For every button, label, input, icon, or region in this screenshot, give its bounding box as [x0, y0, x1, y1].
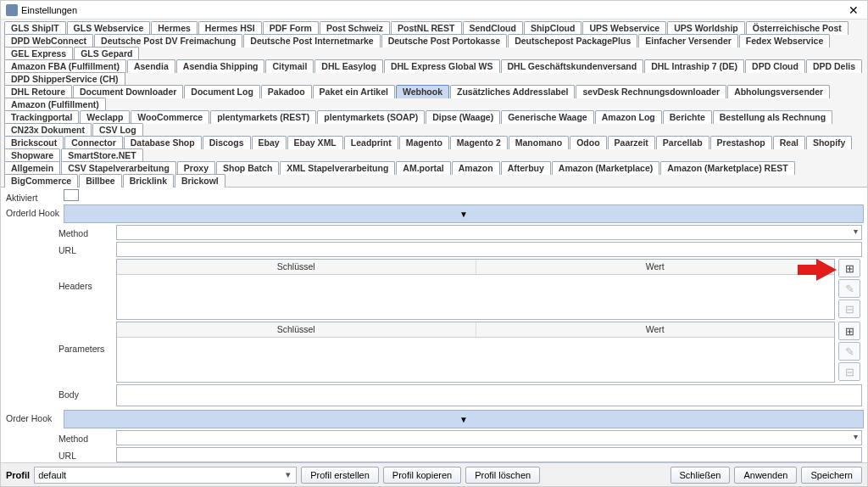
headers-remove-button[interactable]: ⊟ [838, 299, 860, 318]
tab-cn23x-dokument[interactable]: CN23x Dokument [4, 123, 92, 137]
tab-sevdesk-rechnungsdownloader[interactable]: sevDesk Rechnungsdownloader [576, 85, 726, 98]
tab-proxy[interactable]: Proxy [177, 161, 215, 175]
tab-berichte[interactable]: Berichte [663, 110, 712, 124]
tab-prestashop[interactable]: Prestashop [710, 136, 772, 149]
tab-amazon[interactable]: Amazon [452, 161, 500, 175]
tab-sendcloud[interactable]: SendCloud [463, 21, 523, 35]
tab-trackingportal[interactable]: Trackingportal [4, 110, 79, 124]
speichern-button[interactable]: Speichern [801, 467, 862, 484]
tab-am-portal[interactable]: AM.portal [396, 161, 450, 175]
tab-bricklink[interactable]: Bricklink [123, 174, 174, 188]
tab-magento[interactable]: Magento [399, 136, 449, 149]
tab-fedex-webservice[interactable]: Fedex Webservice [739, 34, 830, 48]
tab-real[interactable]: Real [773, 136, 805, 149]
tab-post-schweiz[interactable]: Post Schweiz [320, 21, 390, 35]
tab-dhl-retoure[interactable]: DHL Retoure [4, 85, 72, 98]
anwenden-button[interactable]: Anwenden [734, 467, 797, 484]
tab-dhl-easylog[interactable]: DHL Easylog [314, 59, 383, 73]
tab-pakadoo[interactable]: Pakadoo [261, 85, 312, 98]
tab-dpd-shipperservice-ch-[interactable]: DPD ShipperService (CH) [4, 72, 125, 86]
url2-input[interactable] [116, 447, 862, 462]
tab-csv-stapelverarbeitung[interactable]: CSV Stapelverarbeitung [61, 161, 176, 175]
tab-dhl-intraship-7-de-[interactable]: DHL Intraship 7 (DE) [644, 59, 744, 73]
headers-table[interactable]: Schlüssel Wert [116, 259, 835, 320]
tab-dpd-delis[interactable]: DPD Delis [806, 59, 862, 73]
tab-connector[interactable]: Connector [64, 136, 123, 149]
close-icon[interactable]: ✕ [845, 3, 862, 17]
tab-magento-2[interactable]: Magento 2 [450, 136, 508, 149]
tab-amazon-fulfillment-[interactable]: Amazon (Fulfillment) [4, 98, 106, 111]
tab-gls-shipit[interactable]: GLS ShipIT [4, 21, 66, 35]
tab-csv-log[interactable]: CSV Log [92, 123, 143, 137]
method2-combo[interactable] [116, 430, 862, 445]
tab-gls-webservice[interactable]: GLS Webservice [67, 21, 151, 35]
tab-deutschepost-packageplus[interactable]: Deutschepost PackagePlus [508, 34, 637, 48]
tab-billbee[interactable]: Billbee [79, 174, 121, 188]
profil-combo[interactable]: default [34, 467, 297, 484]
tab-deutsche-post-internetmarke[interactable]: Deutsche Post Internetmarke [243, 34, 380, 48]
tab-shopify[interactable]: Shopify [806, 136, 853, 149]
tab-ebay-xml[interactable]: Ebay XML [287, 136, 343, 149]
tab-ebay[interactable]: Ebay [252, 136, 287, 149]
parameters-table[interactable]: Schlüssel Wert [116, 322, 835, 383]
tab-dpd-webconnect[interactable]: DPD WebConnect [4, 34, 93, 48]
tab-bestellung-als-rechnung[interactable]: Bestellung als Rechnung [713, 110, 832, 124]
parameters-edit-button[interactable]: ✎ [838, 342, 860, 361]
tab-database-shop[interactable]: Database Shop [124, 136, 202, 149]
parameters-add-button[interactable]: ⊞ [838, 322, 860, 340]
tab-afterbuy[interactable]: Afterbuy [501, 161, 551, 175]
tab-xml-stapelverarbeitung[interactable]: XML Stapelverarbeitung [280, 161, 395, 175]
tab-abholungsversender[interactable]: Abholungsversender [727, 85, 830, 98]
tab-dhl-gesch-ftskundenversand[interactable]: DHL Geschäftskundenversand [501, 59, 644, 73]
tab-dipse-waage-[interactable]: Dipse (Waage) [426, 110, 500, 124]
tab-pdf-form[interactable]: PDF Form [263, 21, 319, 35]
tab-paket-ein-artikel[interactable]: Paket ein Artikel [313, 85, 395, 98]
headers-add-button[interactable]: ⊞ [838, 259, 860, 277]
tab-gls-gepard[interactable]: GLS Gepard [74, 47, 139, 60]
order-hook-collapse[interactable]: ▼ [64, 410, 864, 428]
tab-webhook[interactable]: Webhook [396, 85, 449, 98]
tab-shopware[interactable]: Shopware [4, 148, 60, 162]
tab-leadprint[interactable]: Leadprint [344, 136, 398, 149]
profil-loeschen-button[interactable]: Profil löschen [465, 467, 540, 484]
tab-hermes[interactable]: Hermes [151, 21, 198, 35]
tab-deutsche-post-dv-freimachung[interactable]: Deutsche Post DV Freimachung [94, 34, 242, 48]
tab-odoo[interactable]: Odoo [570, 136, 606, 149]
tab-zus-tzliches-addresslabel[interactable]: Zusätzliches Addresslabel [450, 85, 576, 98]
tab-deutsche-post-portokasse[interactable]: Deutsche Post Portokasse [381, 34, 507, 48]
tab-amazon-fba-fulfillment-[interactable]: Amazon FBA (Fulfillment) [4, 59, 126, 73]
tab-shop-batch[interactable]: Shop Batch [216, 161, 279, 175]
parameters-remove-button[interactable]: ⊟ [838, 362, 860, 381]
tab-ups-worldship[interactable]: UPS Worldship [667, 21, 745, 35]
tab-document-downloader[interactable]: Document Downloader [73, 85, 183, 98]
tab-discogs[interactable]: Discogs [203, 136, 251, 149]
tab-parcellab[interactable]: Parcellab [656, 136, 709, 149]
tab-asendia[interactable]: Asendia [127, 59, 175, 73]
tab-brickscout[interactable]: Brickscout [4, 136, 64, 149]
tab-postnl-rest[interactable]: PostNL REST [391, 21, 461, 35]
headers-edit-button[interactable]: ✎ [838, 279, 860, 298]
orderid-hook-collapse[interactable]: ▼ [64, 204, 864, 223]
tab-einfacher-versender[interactable]: Einfacher Versender [638, 34, 738, 48]
tab-citymail[interactable]: Citymail [265, 59, 314, 73]
schliessen-button[interactable]: Schließen [670, 467, 731, 484]
tab-hermes-hsi[interactable]: Hermes HSI [198, 21, 262, 35]
tab-plentymarkets-soap-[interactable]: plentymarkets (SOAP) [317, 110, 425, 124]
url-input[interactable] [116, 242, 862, 257]
tab-paarzeit[interactable]: Paarzeit [608, 136, 655, 149]
tab-brickowl[interactable]: Brickowl [175, 174, 225, 188]
tab-dhl-express-global-ws[interactable]: DHL Express Global WS [384, 59, 500, 73]
body-input[interactable] [116, 384, 862, 406]
tab-document-log[interactable]: Document Log [184, 85, 260, 98]
tab-plentymarkets-rest-[interactable]: plentymarkets (REST) [210, 110, 316, 124]
tab-bigcommerce[interactable]: BigCommerce [4, 174, 78, 188]
tab--sterreichische-post[interactable]: Österreichische Post [746, 21, 849, 35]
method-combo[interactable] [116, 225, 862, 240]
tab-generische-waage[interactable]: Generische Waage [501, 110, 594, 124]
tab-smartstore-net[interactable]: SmartStore.NET [61, 148, 143, 162]
tab-gel-express[interactable]: GEL Express [4, 47, 73, 60]
tab-weclapp[interactable]: Weclapp [80, 110, 130, 124]
tab-allgemein[interactable]: Allgemein [4, 161, 60, 175]
profil-erstellen-button[interactable]: Profil erstellen [301, 467, 379, 484]
tab-shipcloud[interactable]: ShipCloud [524, 21, 582, 35]
